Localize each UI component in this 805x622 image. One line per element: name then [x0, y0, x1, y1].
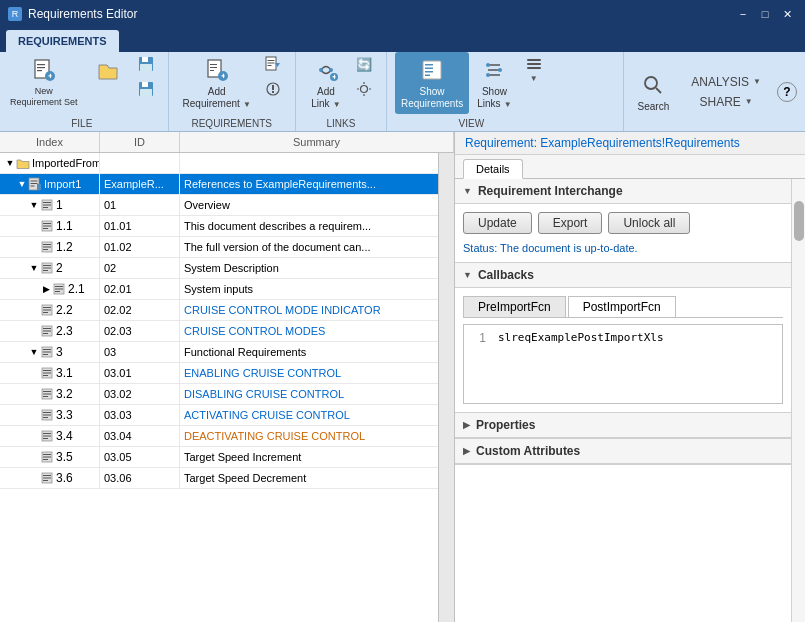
svg-rect-65 [43, 268, 51, 269]
req-small-2-button[interactable] [259, 77, 287, 101]
collapse-button[interactable]: ▲ [438, 132, 454, 622]
svg-point-32 [360, 86, 367, 93]
expand-arrow[interactable]: ▼ [28, 263, 40, 273]
table-row[interactable]: 2.3 02.03 CRUISE CONTROL MODES [0, 321, 454, 342]
view-options-button[interactable]: ▼ [520, 52, 548, 85]
link-small-2-button[interactable] [350, 77, 378, 101]
r32-label: 3.2 [56, 387, 73, 401]
close-button[interactable]: ✕ [777, 6, 797, 22]
req-icon [40, 387, 54, 401]
table-row[interactable]: 3.3 03.03 ACTIVATING CRUISE CONTROL [0, 405, 454, 426]
scrollbar-thumb[interactable] [794, 201, 804, 241]
minimize-button[interactable]: − [733, 6, 753, 22]
save-button[interactable] [132, 52, 160, 76]
table-row[interactable]: ▼ ImportedFromExcel [0, 153, 454, 174]
table-row[interactable]: ▼ 2 02 System Description [0, 258, 454, 279]
index-cell: ▼ 3 [0, 342, 100, 362]
requirement-interchange-title: Requirement Interchange [478, 184, 623, 198]
details-tab[interactable]: Details [463, 159, 523, 179]
table-row[interactable]: 2.2 02.02 CRUISE CONTROL MODE INDICATOR [0, 300, 454, 321]
table-row[interactable]: 3.4 03.04 DEACTIVATING CRUISE CONTROL [0, 426, 454, 447]
req-icon [40, 408, 54, 422]
requirement-interchange-header[interactable]: ▼ Requirement Interchange [455, 179, 791, 204]
table-row[interactable]: ▼ Import1 ExampleR... References to Exam… [0, 174, 454, 195]
ribbon-group-file: NewRequirement Set [0, 52, 169, 131]
unlock-all-label: Unlock all [623, 216, 675, 230]
summary-cell: Target Speed Increment [180, 447, 454, 467]
unlock-all-button[interactable]: Unlock all [608, 212, 690, 234]
expand-arrow[interactable]: ▼ [28, 347, 40, 357]
export-button[interactable]: Export [538, 212, 603, 234]
callbacks-header[interactable]: ▼ Callbacks [455, 263, 791, 288]
save-dropdown-button[interactable] [132, 77, 160, 101]
expand-arrow[interactable]: ▼ [16, 179, 28, 189]
req-small-1-button[interactable] [259, 52, 287, 76]
callbacks-tabs: PreImportFcn PostImportFcn [463, 296, 783, 318]
svg-rect-19 [223, 74, 224, 78]
share-label: SHARE [700, 95, 741, 109]
svg-rect-97 [43, 436, 51, 437]
svg-rect-14 [210, 64, 217, 65]
table-row[interactable]: 3.6 03.06 Target Speed Decrement [0, 468, 454, 489]
export-label: Export [553, 216, 588, 230]
svg-rect-88 [43, 391, 51, 392]
line-number: 1 [470, 331, 486, 397]
svg-rect-104 [43, 475, 51, 476]
search-button[interactable]: Search [632, 67, 676, 117]
share-button[interactable]: SHARE ▼ [696, 93, 757, 111]
main-area: ▲ Index ID Summary ▼ ImportedFromExcel [0, 132, 805, 622]
id-cell: 01 [100, 195, 180, 215]
new-req-set-label: NewRequirement Set [10, 86, 78, 108]
table-row[interactable]: 1.2 01.02 The full version of the docume… [0, 237, 454, 258]
svg-rect-98 [43, 438, 48, 439]
vertical-scrollbar[interactable] [791, 179, 805, 622]
table-row[interactable]: 3.2 03.02 DISABLING CRUISE CONTROL [0, 384, 454, 405]
svg-rect-101 [43, 457, 51, 458]
show-links-button[interactable]: ShowLinks ▼ [471, 52, 518, 114]
properties-header[interactable]: ▶ Properties [455, 413, 791, 438]
link-small-1-button[interactable]: 🔄 [350, 52, 378, 76]
svg-point-44 [645, 77, 657, 89]
svg-rect-61 [43, 247, 51, 248]
expand-arrow[interactable]: ▶ [40, 284, 52, 294]
requirements-tab[interactable]: REQUIREMENTS [6, 30, 119, 52]
left-panel: ▲ Index ID Summary ▼ ImportedFromExcel [0, 132, 455, 622]
table-row[interactable]: 3.5 03.05 Target Speed Increment [0, 447, 454, 468]
custom-attributes-header[interactable]: ▶ Custom Attributes [455, 439, 791, 464]
callback-editor[interactable]: 1 slreqExamplePostImportXls [463, 324, 783, 404]
summary-cell: References to ExampleRequirements... [180, 174, 454, 194]
help-button[interactable]: ? [777, 82, 797, 102]
show-requirements-button[interactable]: ShowRequirements [395, 52, 469, 114]
save-icon [136, 54, 156, 74]
add-requirement-button[interactable]: AddRequirement ▼ [177, 52, 257, 114]
req-icon [28, 177, 42, 191]
r34-label: 3.4 [56, 429, 73, 443]
update-button[interactable]: Update [463, 212, 532, 234]
new-requirement-set-button[interactable]: NewRequirement Set [4, 52, 84, 112]
svg-rect-9 [140, 64, 152, 71]
expand-arrow[interactable]: ▼ [4, 158, 16, 168]
status-text: Status: The document is up-to-date. [463, 242, 783, 254]
expand-arrow[interactable]: ▼ [28, 200, 40, 210]
table-row[interactable]: ▼ 1 01 Overview [0, 195, 454, 216]
open-button[interactable] [86, 52, 130, 90]
id-cell: 01.02 [100, 237, 180, 257]
table-row[interactable]: ▶ 2.1 02.01 System inputs [0, 279, 454, 300]
svg-rect-11 [142, 82, 148, 87]
pre-import-tab[interactable]: PreImportFcn [463, 296, 566, 317]
maximize-button[interactable]: □ [755, 6, 775, 22]
svg-rect-80 [43, 349, 51, 350]
analysis-button[interactable]: ANALYSIS ▼ [687, 73, 765, 91]
svg-rect-77 [43, 331, 51, 332]
properties-collapse-arrow: ▶ [463, 420, 470, 430]
svg-rect-96 [43, 433, 51, 434]
table-row[interactable]: 3.1 03.01 ENABLING CRUISE CONTROL [0, 363, 454, 384]
add-link-button[interactable]: AddLink ▼ [304, 52, 348, 114]
table-row[interactable]: ▼ 3 03 Functional Requirements [0, 342, 454, 363]
svg-rect-49 [31, 186, 35, 187]
svg-rect-86 [43, 375, 48, 376]
summary-cell: ACTIVATING CRUISE CONTROL [180, 405, 454, 425]
table-row[interactable]: 1.1 01.01 This document describes a requ… [0, 216, 454, 237]
post-import-tab[interactable]: PostImportFcn [568, 296, 676, 317]
callbacks-body: PreImportFcn PostImportFcn 1 slreqExampl… [455, 288, 791, 412]
